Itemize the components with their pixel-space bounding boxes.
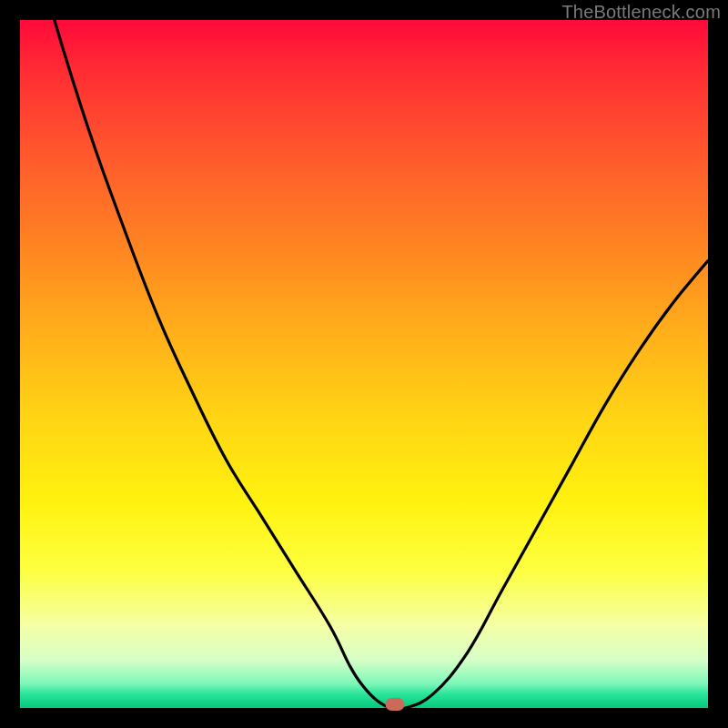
chart-container: TheBottleneck.com bbox=[0, 0, 728, 728]
optimal-point-marker bbox=[386, 698, 405, 711]
curve-svg bbox=[20, 20, 708, 708]
bottleneck-curve bbox=[20, 0, 708, 710]
plot-area bbox=[20, 20, 708, 708]
